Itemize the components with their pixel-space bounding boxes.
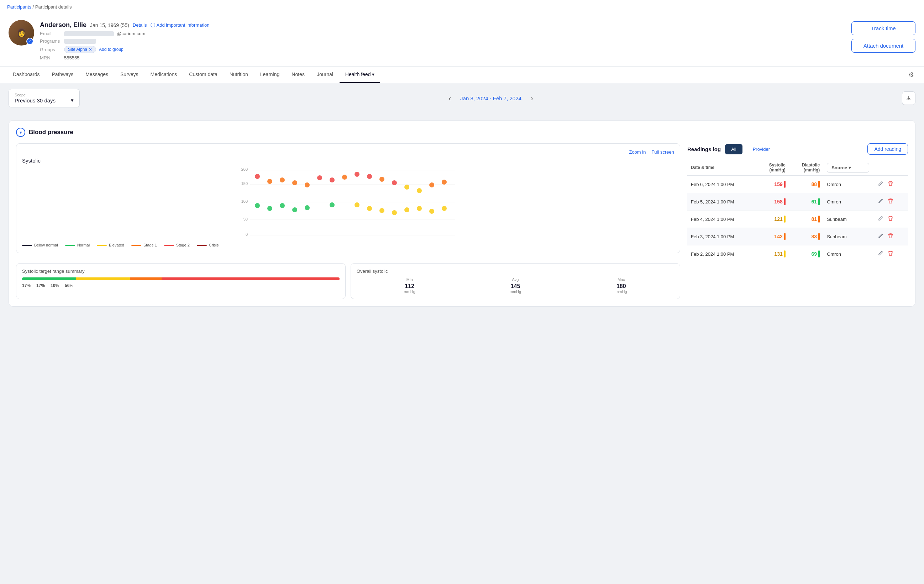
svg-point-14 (292, 180, 297, 185)
svg-point-26 (442, 179, 447, 184)
programs-label: Programs (40, 38, 61, 44)
col-diastolic: Diastolic(mmHg) (789, 160, 823, 176)
settings-icon[interactable]: ⚙ (906, 69, 917, 81)
reading-date: Feb 4, 2024 1:00 PM (687, 211, 757, 228)
edit-reading-button[interactable] (876, 232, 885, 242)
stats-row: Min 112 mmHg Avg 145 mmHg Max (356, 277, 674, 294)
svg-point-19 (355, 172, 360, 177)
table-row: Feb 6, 2024 1:00 PM 159 88 Omron (687, 176, 908, 193)
range-label-2: 17% (36, 283, 45, 288)
svg-point-40 (442, 206, 447, 211)
date-next-button[interactable]: › (527, 93, 537, 104)
table-row: Feb 2, 2024 1:00 PM 131 69 Omron (687, 245, 908, 263)
delete-reading-button[interactable] (886, 232, 895, 242)
bp-chart: 200 150 100 50 0 (22, 166, 674, 238)
col-systolic: Systolic(mmHg) (757, 160, 789, 176)
name-row: Anderson, Ellie Jan 15, 1969 (55) Detail… (40, 21, 209, 29)
bp-card-body: Zoom in Full screen Systolic 200 150 100… (16, 143, 908, 299)
details-link[interactable]: Details (133, 22, 147, 28)
tab-notes[interactable]: Notes (286, 66, 310, 83)
tab-pathways[interactable]: Pathways (46, 66, 79, 83)
filter-provider-button[interactable]: Provider (747, 144, 776, 155)
reading-source: Omron (823, 193, 873, 211)
tab-medications[interactable]: Medications (145, 66, 183, 83)
email-label: Email (40, 31, 61, 36)
delete-reading-button[interactable] (886, 249, 895, 259)
tab-learning[interactable]: Learning (254, 66, 285, 83)
add-important-link[interactable]: ⓘ Add important information (150, 22, 210, 28)
stat-avg: Avg 145 mmHg (510, 277, 521, 294)
reading-actions (873, 211, 908, 228)
legend-crisis: Crisis (197, 243, 219, 247)
svg-point-22 (392, 180, 397, 185)
edit-reading-button[interactable] (876, 214, 885, 224)
full-screen-link[interactable]: Full screen (651, 150, 674, 155)
reading-source: Omron (823, 176, 873, 193)
chart-legend: Below normal Normal Elevated Stage (22, 243, 674, 247)
svg-point-21 (380, 177, 384, 182)
delete-reading-button[interactable] (886, 197, 895, 207)
reading-systolic: 158 (757, 193, 789, 211)
edit-reading-button[interactable] (876, 179, 885, 189)
reading-systolic: 121 (757, 211, 789, 228)
svg-point-39 (429, 209, 434, 214)
group-remove-icon[interactable]: ✕ (89, 47, 92, 52)
edit-reading-button[interactable] (876, 197, 885, 207)
scope-label: Scope (15, 93, 74, 97)
svg-point-17 (330, 178, 335, 183)
programs-value (64, 39, 96, 44)
reading-actions (873, 176, 908, 193)
scope-bar: Scope Previous 30 days ▾ ‹ Jan 8, 2024 -… (0, 83, 924, 113)
readings-title: Readings log (687, 146, 721, 152)
svg-point-16 (317, 175, 322, 180)
chart-title: Systolic (22, 158, 674, 164)
zoom-in-link[interactable]: Zoom in (629, 150, 646, 155)
bp-collapse-button[interactable]: ▾ (16, 128, 25, 137)
tab-nutrition[interactable]: Nutrition (224, 66, 254, 83)
filter-all-button[interactable]: All (725, 144, 742, 155)
breadcrumb-current: Participant details (35, 4, 72, 10)
tab-health-feed[interactable]: Health feed ▾ (340, 66, 381, 83)
add-reading-button[interactable]: Add reading (868, 143, 908, 155)
svg-point-28 (267, 206, 272, 211)
legend-normal: Normal (65, 243, 90, 247)
tab-dashboards[interactable]: Dashboards (7, 66, 46, 83)
download-button[interactable] (902, 91, 916, 105)
legend-stage1: Stage 1 (131, 243, 157, 247)
edit-reading-button[interactable] (876, 249, 885, 259)
date-prev-button[interactable]: ‹ (445, 93, 455, 104)
info-rows: Anderson, Ellie Jan 15, 1969 (55) Detail… (40, 20, 209, 61)
scope-select[interactable]: Scope Previous 30 days ▾ (8, 89, 80, 107)
track-time-button[interactable]: Track time (851, 21, 916, 35)
group-tag[interactable]: Site Alpha ✕ (64, 46, 96, 53)
tab-journal[interactable]: Journal (311, 66, 339, 83)
tab-surveys[interactable]: Surveys (115, 66, 144, 83)
delete-reading-button[interactable] (886, 179, 895, 189)
stat-max: Max 180 mmHg (615, 277, 627, 294)
email-domain: @carium.com (117, 31, 145, 36)
col-source-filter[interactable]: Source ▾ (823, 160, 873, 176)
table-row: Feb 4, 2024 1:00 PM 121 81 Sunbeam (687, 211, 908, 228)
breadcrumb-parent[interactable]: Participants (7, 4, 31, 10)
tab-custom-data[interactable]: Custom data (183, 66, 223, 83)
attach-document-button[interactable]: Attach document (851, 39, 916, 53)
col-datetime: Date & time (687, 160, 757, 176)
reading-actions (873, 245, 908, 263)
download-icon (906, 95, 912, 101)
svg-point-12 (267, 179, 272, 184)
breadcrumb-separator: / (33, 4, 35, 10)
svg-text:100: 100 (241, 199, 248, 204)
svg-point-13 (280, 178, 285, 183)
reading-systolic: 131 (757, 245, 789, 263)
tab-messages[interactable]: Messages (80, 66, 114, 83)
reading-diastolic: 61 (789, 193, 823, 211)
svg-point-23 (404, 184, 409, 189)
reading-actions (873, 193, 908, 211)
readings-header: Readings log All Provider Add reading (687, 143, 908, 155)
svg-point-24 (417, 188, 422, 193)
svg-rect-0 (907, 100, 911, 100)
add-to-group-link[interactable]: Add to group (99, 47, 124, 52)
delete-reading-button[interactable] (886, 214, 895, 224)
svg-text:0: 0 (246, 232, 248, 237)
reading-systolic: 142 (757, 228, 789, 245)
